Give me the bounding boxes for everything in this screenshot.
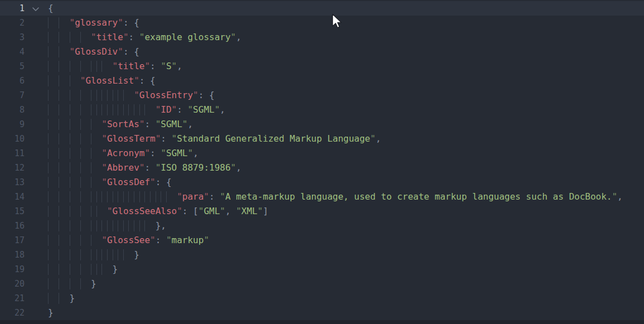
- code-line[interactable]: 22}: [0, 306, 644, 320]
- json-punctuation: :: [150, 61, 161, 71]
- line-number: 14: [0, 190, 26, 204]
- indent-guide: [59, 220, 59, 231]
- code-line[interactable]: 9 "SortAs": "SGML",: [0, 117, 644, 132]
- indent-guide: [48, 235, 49, 246]
- json-punctuation: : {: [198, 90, 215, 100]
- quote: ": [193, 90, 198, 100]
- indent-guide: [113, 90, 113, 101]
- quote: ": [70, 46, 75, 57]
- code-line[interactable]: 5 "title": "S",: [0, 59, 644, 74]
- code-line[interactable]: 10 "GlossTerm": "Standard Generalized Ma…: [0, 132, 644, 146]
- quote: ": [198, 206, 204, 216]
- code-editor: 1{2 "glossary": {3 "title": "example glo…: [0, 0, 644, 324]
- code-text: "glossary": {: [48, 16, 644, 30]
- quote: ": [231, 162, 236, 173]
- code-line[interactable]: 2 "glossary": {: [0, 16, 644, 30]
- indent-guide: [91, 104, 91, 115]
- code-line[interactable]: 12 "Abbrev": "ISO 8879:1986",: [0, 161, 644, 175]
- indent-space: [48, 162, 101, 173]
- code-line[interactable]: 1{: [0, 1, 644, 16]
- indent-guide: [91, 148, 91, 159]
- code-line[interactable]: 15 "GlossSeeAlso": ["GML", "XML"]: [0, 204, 644, 219]
- json-key: "title": [91, 32, 128, 42]
- quote: ": [204, 191, 209, 202]
- quote: ": [370, 133, 376, 144]
- line-number: 9: [0, 117, 26, 132]
- json-string: "example glossary": [139, 32, 236, 42]
- indent-guide: [96, 220, 97, 231]
- code-line[interactable]: 4 "GlossDiv": {: [0, 45, 644, 59]
- indent-guide: [70, 206, 70, 217]
- fold-zone: [26, 59, 48, 74]
- json-key: "SortAs": [101, 119, 144, 129]
- indent-guide: [80, 191, 81, 202]
- code-line[interactable]: 8 "ID": "SGML",: [0, 103, 644, 117]
- indent-guide: [80, 278, 81, 289]
- code-line[interactable]: 7 "GlossEntry": {: [0, 88, 644, 103]
- indent-guide: [161, 191, 161, 202]
- code-line[interactable]: 18 }: [0, 248, 644, 262]
- indent-guide: [80, 90, 81, 101]
- indent-guide: [96, 61, 97, 72]
- fold-zone: [26, 103, 48, 117]
- indent-guide: [70, 235, 70, 246]
- indent-guide: [101, 61, 102, 72]
- json-punctuation: :: [177, 104, 187, 115]
- code-line[interactable]: 17 "GlossSee": "markup": [0, 233, 644, 248]
- json-punctuation: ,: [177, 61, 182, 71]
- code-line[interactable]: 3 "title": "example glossary",: [0, 30, 644, 45]
- code-line[interactable]: 14 "para": "A meta-markup language, used…: [0, 190, 644, 204]
- json-punctuation: :: [144, 119, 155, 129]
- fold-zone: [26, 248, 48, 262]
- editor-bottom-edge: [0, 320, 644, 324]
- indent-guide: [70, 119, 70, 130]
- code-text: "ID": "SGML",: [48, 103, 644, 117]
- fold-zone: [26, 161, 48, 175]
- quote: ": [166, 235, 172, 245]
- json-key: "GlossList": [80, 75, 139, 86]
- indent-guide: [123, 220, 124, 231]
- code-lines: 1{2 "glossary": {3 "title": "example glo…: [0, 1, 644, 320]
- indent-guide: [91, 264, 91, 275]
- indent-guide: [80, 148, 81, 159]
- json-punctuation: :: [144, 162, 155, 173]
- code-line[interactable]: 11 "Acronym": "SGML",: [0, 146, 644, 161]
- indent-guide: [118, 220, 118, 231]
- code-line[interactable]: 20 }: [0, 277, 644, 291]
- json-string: "SGML": [161, 148, 193, 158]
- indent-guide: [59, 191, 59, 202]
- code-text: "title": "S",: [48, 59, 644, 74]
- quote: ": [134, 75, 139, 86]
- json-punctuation: : [: [182, 206, 198, 216]
- code-line[interactable]: 16 },: [0, 219, 644, 233]
- fold-zone: [26, 117, 48, 132]
- indent-guide: [118, 191, 118, 202]
- indent-guide: [70, 90, 70, 101]
- indent-guide: [96, 264, 97, 275]
- json-punctuation: : {: [139, 75, 156, 86]
- code-line[interactable]: 13 "GlossDef": {: [0, 175, 644, 190]
- code-text: {: [48, 1, 644, 16]
- fold-zone: [26, 306, 48, 320]
- indent-guide: [48, 162, 49, 173]
- indent-guide: [91, 249, 91, 260]
- quote: ": [144, 148, 150, 158]
- code-line[interactable]: 6 "GlossList": {: [0, 74, 644, 88]
- indent-guide: [48, 293, 49, 304]
- code-line[interactable]: 19 }: [0, 262, 644, 277]
- code-text: "GlossDef": {: [48, 175, 644, 190]
- indent-guide: [70, 191, 70, 202]
- quote: ": [70, 17, 75, 28]
- indent-space: [48, 177, 101, 187]
- indent-guide: [101, 264, 102, 275]
- indent-guide: [70, 249, 70, 260]
- indent-guide: [48, 46, 49, 57]
- json-string: "GML": [198, 206, 225, 216]
- indent-guide: [59, 249, 59, 260]
- code-line[interactable]: 21 }: [0, 291, 644, 306]
- json-punctuation: :: [129, 32, 139, 42]
- quote: ": [161, 148, 166, 158]
- indent-guide: [48, 220, 49, 231]
- chevron-down-icon[interactable]: [32, 7, 40, 12]
- fold-zone: [26, 233, 48, 248]
